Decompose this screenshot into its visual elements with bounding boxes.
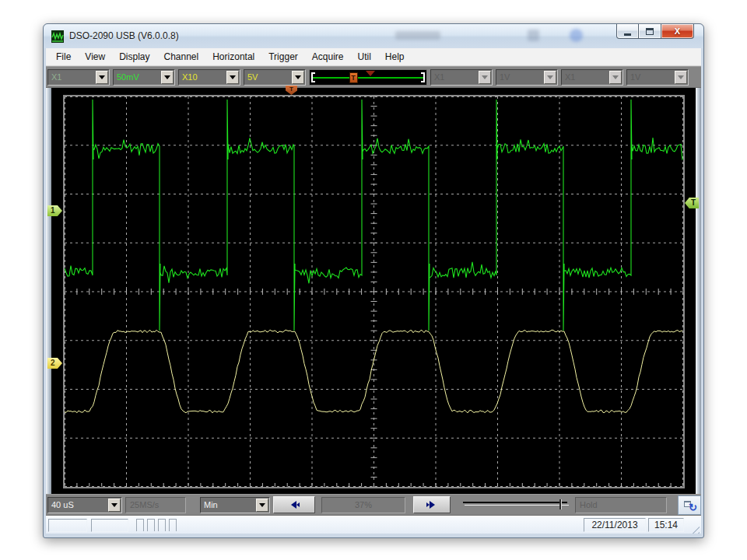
aero-ghost-text <box>395 31 440 40</box>
chevron-down-icon[interactable] <box>292 71 304 84</box>
close-icon: X <box>675 26 680 36</box>
sample-rate-panel: 25MS/s <box>125 497 186 513</box>
ch3-volts-select: 1V <box>496 69 558 86</box>
status-date: 22/11/2013 <box>584 518 646 532</box>
ch4-volts-select: 1V <box>626 69 689 86</box>
refresh-button[interactable]: ↻ <box>678 495 701 515</box>
slider-groove <box>465 505 569 506</box>
slider-thumb[interactable] <box>559 499 562 509</box>
ch2-volts-value: 5V <box>244 72 291 82</box>
menu-channel[interactable]: Channel <box>157 49 206 65</box>
trigger-bar-left-bracket <box>311 72 315 82</box>
position-percent-panel: 37% <box>321 497 405 513</box>
titlebar[interactable]: DSO-2090 USB (V6.0.0.8) X <box>44 24 703 48</box>
channel-toolbar: X1 50mV X10 5V T X1 1V <box>46 66 701 88</box>
window-title: DSO-2090 USB (V6.0.0.8) <box>69 30 179 41</box>
trigger-level-marker[interactable]: T <box>685 198 699 208</box>
acquisition-mode-select[interactable]: Min <box>200 497 270 513</box>
chevron-down-icon <box>609 71 622 84</box>
resize-grip[interactable] <box>688 522 700 534</box>
trigger-position-bar[interactable]: T <box>309 69 427 86</box>
statusbar: 22/11/2013 15:14 <box>46 516 701 534</box>
trigger-arrow-icon[interactable] <box>366 71 375 81</box>
menu-acquire[interactable]: Acquire <box>305 49 351 65</box>
status-segment <box>158 519 166 531</box>
chevron-down-icon <box>479 71 491 84</box>
maximize-button[interactable] <box>639 24 661 39</box>
chevron-down-icon[interactable] <box>161 71 174 84</box>
chevron-down-icon[interactable] <box>108 499 121 512</box>
aero-ghost-circle <box>570 29 583 42</box>
chevron-down-icon[interactable] <box>256 499 268 512</box>
ch2-offset-marker[interactable]: 2 <box>47 358 62 369</box>
ch4-attenuation-select: X1 <box>561 69 623 86</box>
status-segment <box>136 519 144 531</box>
position-slider[interactable] <box>461 495 570 514</box>
waveform-canvas <box>65 96 683 487</box>
acquisition-mode-value: Min <box>201 500 255 509</box>
timebase-toolbar: 40 uS 25MS/s Min 37% Hold ↻ <box>46 494 701 516</box>
close-button[interactable]: X <box>661 24 694 39</box>
double-right-arrow-icon <box>424 499 440 510</box>
menu-file[interactable]: File <box>49 49 78 65</box>
menu-help[interactable]: Help <box>378 49 412 65</box>
menu-horizontal[interactable]: Horizontal <box>205 49 261 65</box>
trigger-horizontal-marker[interactable]: T <box>286 86 297 95</box>
status-segment <box>147 519 155 531</box>
aero-ghost-icon <box>528 30 539 41</box>
right-marker-rail <box>696 88 701 494</box>
chevron-down-icon <box>544 71 556 84</box>
ch4-attenuation-value: X1 <box>562 72 608 82</box>
ch2-attenuation-select[interactable]: X10 <box>178 69 240 86</box>
ch4-volts-value: 1V <box>627 72 674 82</box>
scope-area: 1 2 T T <box>46 88 701 494</box>
chevron-down-icon[interactable] <box>226 71 239 84</box>
status-panel-2 <box>91 519 128 532</box>
chevron-down-icon <box>675 71 687 84</box>
trigger-bar-right-bracket <box>421 72 425 82</box>
timebase-select[interactable]: 40 uS <box>47 497 122 513</box>
ch1-offset-marker[interactable]: 1 <box>47 205 62 216</box>
hold-panel: Hold <box>575 497 667 513</box>
menubar: File View Display Channel Horizontal Tri… <box>46 48 701 66</box>
app-icon <box>51 30 64 43</box>
timebase-value: 40 uS <box>48 500 107 509</box>
trigger-handle[interactable]: T <box>349 72 358 83</box>
scope-display <box>63 95 685 488</box>
chevron-down-icon[interactable] <box>96 71 108 84</box>
status-segments <box>136 519 177 531</box>
menu-util[interactable]: Util <box>351 49 378 65</box>
ch1-volts-value: 50mV <box>114 72 160 82</box>
ch3-volts-value: 1V <box>496 72 543 82</box>
ch3-attenuation-select: X1 <box>430 69 493 86</box>
scroll-left-button[interactable] <box>273 496 315 513</box>
refresh-icon: ↻ <box>689 502 697 513</box>
slider-track[interactable] <box>463 502 567 503</box>
left-marker-rail <box>46 88 51 494</box>
menu-view[interactable]: View <box>78 49 112 65</box>
ch1-attenuation-select[interactable]: X1 <box>47 69 110 86</box>
menu-trigger[interactable]: Trigger <box>261 49 305 65</box>
status-segment <box>169 519 177 531</box>
ch2-attenuation-value: X10 <box>179 72 226 82</box>
status-panel-1 <box>48 519 87 532</box>
ch1-attenuation-value: X1 <box>48 72 95 82</box>
ch2-volts-select[interactable]: 5V <box>244 69 306 86</box>
scroll-right-button[interactable] <box>413 496 451 513</box>
minimize-button[interactable] <box>616 24 639 39</box>
app-window: DSO-2090 USB (V6.0.0.8) X File View Disp… <box>43 23 704 538</box>
menu-display[interactable]: Display <box>112 49 156 65</box>
double-left-arrow-icon <box>286 499 302 510</box>
status-time: 15:14 <box>648 518 684 532</box>
ch3-attenuation-value: X1 <box>431 72 478 82</box>
ch1-volts-select[interactable]: 50mV <box>113 69 175 86</box>
